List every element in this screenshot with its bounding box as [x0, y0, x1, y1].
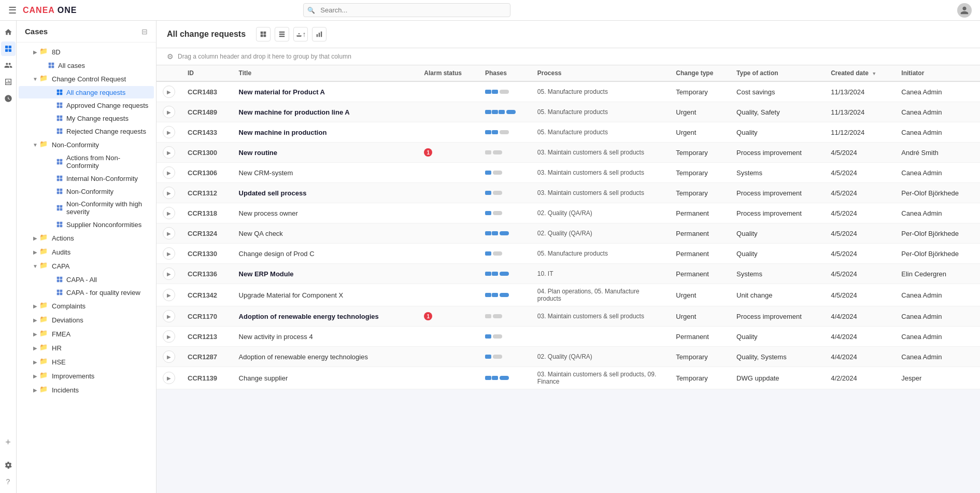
- sidebar-item-change-control-request[interactable]: ▼ 📁 Change Control Request: [19, 72, 154, 86]
- row-nav-cell: ▶: [157, 203, 181, 223]
- search-input[interactable]: [303, 3, 510, 17]
- row-nav-button[interactable]: ▶: [163, 106, 175, 118]
- sidebar-item-all-change-requests[interactable]: All change requests: [19, 86, 154, 98]
- col-phases[interactable]: Phases: [479, 65, 531, 81]
- folder-icon: 📁: [39, 385, 49, 395]
- sidebar-item-label: Actions: [52, 234, 150, 242]
- svg-rect-58: [279, 36, 285, 37]
- sidebar-item-non-conformity-folder[interactable]: ▼ 📁 Non-Conformity: [19, 138, 154, 151]
- row-nav-button[interactable]: ▶: [163, 207, 175, 219]
- sidebar-item-label: Approved Change requests: [66, 102, 150, 109]
- row-nav-button[interactable]: ▶: [163, 350, 175, 363]
- col-alarm-status[interactable]: Alarm status: [418, 65, 479, 81]
- sidebar-item-8d[interactable]: ▶ 📁 8D: [19, 45, 154, 59]
- row-nav-button[interactable]: ▶: [163, 146, 175, 159]
- sidebar-item-internal-nc[interactable]: Internal Non-Conformity: [19, 172, 154, 185]
- cell-alarm: [418, 102, 479, 122]
- drag-hint: Drag a column header and drop it here to…: [178, 53, 351, 60]
- row-nav-cell: ▶: [157, 347, 181, 367]
- row-nav-button[interactable]: ▶: [163, 166, 175, 179]
- chevron-right-icon: ▶: [31, 302, 39, 310]
- cell-phases: [479, 264, 531, 284]
- sidebar-item-complaints[interactable]: ▶ 📁 Complaints: [19, 299, 154, 313]
- nav-clock-icon[interactable]: [1, 91, 16, 106]
- sidebar-item-capa-folder[interactable]: ▼ 📁 CAPA: [19, 259, 154, 273]
- sidebar-item-capa-quality[interactable]: CAPA - for quality review: [19, 286, 154, 299]
- sidebar-item-my-change-requests[interactable]: My Change requests: [19, 112, 154, 124]
- sidebar-item-improvements[interactable]: ▶ 📁 Improvements: [19, 369, 154, 383]
- cell-process: 10. IT: [531, 264, 670, 284]
- spacer: [48, 187, 56, 195]
- svg-rect-57: [279, 34, 285, 35]
- svg-rect-44: [57, 277, 60, 279]
- sidebar-item-fmea[interactable]: ▶ 📁 FMEA: [19, 327, 154, 341]
- sidebar-item-all-cases[interactable]: All cases: [19, 59, 154, 72]
- col-title[interactable]: Title: [233, 65, 418, 81]
- nav-home-icon[interactable]: [1, 25, 16, 39]
- cell-alarm: 1: [418, 306, 479, 327]
- cell-created-date: 4/5/2024: [825, 143, 895, 163]
- nav-settings-icon[interactable]: [1, 458, 16, 472]
- nav-cases-icon[interactable]: [1, 41, 16, 56]
- table-row: ▶ CCR1433 New machine in production 05. …: [157, 122, 980, 143]
- cell-alarm: [418, 284, 479, 306]
- cell-id: CCR1489: [181, 102, 233, 122]
- table-container[interactable]: ID Title Alarm status Phases Process Cha…: [157, 65, 980, 493]
- row-nav-button[interactable]: ▶: [163, 267, 175, 280]
- svg-rect-21: [60, 129, 63, 131]
- cell-created-date: 11/13/2024: [825, 81, 895, 102]
- row-nav-button[interactable]: ▶: [163, 310, 175, 322]
- sidebar-item-approved-change-requests[interactable]: Approved Change requests: [19, 99, 154, 111]
- filter-icon[interactable]: ⚙: [167, 52, 174, 61]
- row-nav-button[interactable]: ▶: [163, 187, 175, 199]
- nav-help-icon[interactable]: ?: [1, 474, 16, 489]
- row-nav-button[interactable]: ▶: [163, 372, 175, 384]
- sidebar-item-actions-folder[interactable]: ▶ 📁 Actions: [19, 231, 154, 245]
- sidebar-item-supplier-nc[interactable]: Supplier Nonconformities: [19, 218, 154, 231]
- col-change-type[interactable]: Change type: [670, 65, 730, 81]
- menu-icon[interactable]: ☰: [8, 5, 17, 16]
- sidebar-item-nc-high-severity[interactable]: Non-Conformity with high severity: [19, 198, 154, 218]
- avatar[interactable]: [957, 3, 972, 18]
- cell-process: 02. Quality (QA/RA): [531, 347, 670, 367]
- sidebar-item-rejected-change-requests[interactable]: Rejected Change requests: [19, 125, 154, 137]
- svg-rect-6: [49, 66, 51, 68]
- svg-rect-29: [60, 176, 63, 178]
- col-process[interactable]: Process: [531, 65, 670, 81]
- nav-people-icon[interactable]: [1, 58, 16, 73]
- cell-change-type: Permanent: [670, 223, 730, 244]
- sidebar-item-actions-from-nc[interactable]: Actions from Non-Conformity: [19, 152, 154, 172]
- content-header: All change requests ↑: [157, 21, 980, 48]
- table-view-button[interactable]: [275, 27, 289, 41]
- nav-chart-icon[interactable]: [1, 75, 16, 89]
- svg-rect-20: [57, 129, 60, 131]
- row-nav-button[interactable]: ▶: [163, 289, 175, 301]
- cell-change-type: Urgent: [670, 102, 730, 122]
- sidebar-item-hse[interactable]: ▶ 📁 HSE: [19, 355, 154, 369]
- row-nav-button[interactable]: ▶: [163, 330, 175, 343]
- cell-created-date: 4/5/2024: [825, 264, 895, 284]
- spacer: [48, 158, 56, 166]
- nav-add-icon[interactable]: +: [1, 435, 16, 449]
- chart-view-button[interactable]: [312, 27, 326, 41]
- row-nav-button[interactable]: ▶: [163, 86, 175, 98]
- folder-icon: 📁: [39, 329, 49, 339]
- col-id[interactable]: ID: [181, 65, 233, 81]
- sidebar-item-audits[interactable]: ▶ 📁 Audits: [19, 245, 154, 259]
- export-button[interactable]: ↑: [293, 27, 308, 41]
- col-created-date[interactable]: Created date ▼: [825, 65, 895, 81]
- chevron-right-icon: ▶: [31, 358, 39, 366]
- col-type-of-action[interactable]: Type of action: [730, 65, 825, 81]
- row-nav-button[interactable]: ▶: [163, 126, 175, 138]
- row-nav-cell: ▶: [157, 306, 181, 327]
- row-nav-button[interactable]: ▶: [163, 227, 175, 240]
- sidebar-item-capa-all[interactable]: CAPA - All: [19, 273, 154, 286]
- grid-view-button[interactable]: [256, 27, 271, 41]
- row-nav-button[interactable]: ▶: [163, 247, 175, 260]
- sidebar-item-hr[interactable]: ▶ 📁 HR: [19, 341, 154, 355]
- sidebar-item-deviations[interactable]: ▶ 📁 Deviations: [19, 313, 154, 327]
- sidebar-item-incidents[interactable]: ▶ 📁 Incidents: [19, 383, 154, 397]
- sidebar-item-non-conformity[interactable]: Non-Conformity: [19, 185, 154, 198]
- col-initiator[interactable]: Initiator: [895, 65, 980, 81]
- sidebar-collapse-icon[interactable]: ⊟: [141, 27, 148, 36]
